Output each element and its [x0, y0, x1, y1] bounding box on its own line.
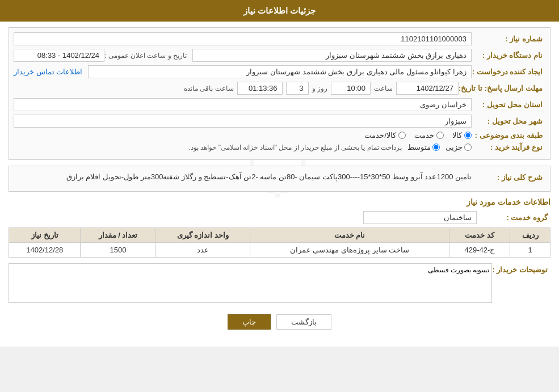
footer-buttons: بازگشت چاپ	[9, 309, 550, 341]
request-number-value: 1102101101000003	[14, 32, 472, 45]
col-quantity: تعداد / مقدار	[81, 228, 155, 243]
announce-label: تاریخ و ساعت اعلان عمومی :	[104, 52, 187, 60]
category-label: طبقه بندی موضوعی :	[472, 131, 545, 140]
process-motevaset-item[interactable]: متوسط	[407, 143, 440, 151]
table-header-row: ردیف کد خدمت نام خدمت واحد اندازه گیری ت…	[9, 228, 550, 243]
city-label: شهر محل تحویل :	[472, 117, 545, 125]
deadline-label: مهلت ارسال پاسخ: تا تاریخ:	[459, 84, 545, 92]
category-kala-label: کالا	[452, 131, 462, 140]
category-khedmat-item[interactable]: خدمت	[414, 131, 444, 140]
category-kala-khedmat-radio[interactable]	[398, 132, 406, 139]
info-section: شماره نیاز : 1102101101000003 نام دستگاه…	[9, 27, 550, 160]
category-kala-radio[interactable]	[464, 132, 472, 139]
category-khedmat-label: خدمت	[414, 131, 434, 140]
page-header: جزئیات اطلاعات نیاز	[0, 0, 559, 22]
deadline-remain-label: ساعت باقی مانده	[184, 85, 234, 92]
contact-link[interactable]: اطلاعات تماس خریدار	[14, 68, 82, 76]
back-button[interactable]: بازگشت	[276, 314, 331, 330]
process-note: پرداخت تمام یا بخشی از مبلغ خریدار از مح…	[189, 144, 402, 151]
narration-content: تامین 1200عدد آبرو وسط 50*30*15----300پا…	[66, 171, 472, 183]
request-number-label: شماره نیاز :	[472, 35, 545, 43]
province-value: خراسان رضوی	[14, 98, 472, 111]
creator-value: زهرا کیوانلو مسئول مالی دهیاری برازق بخش…	[88, 65, 472, 78]
print-button[interactable]: چاپ	[228, 314, 271, 330]
cell-row-number: 1	[510, 243, 550, 258]
station-label: نام دستگاه خریدار :	[472, 51, 545, 60]
deadline-remain-value: 01:13:36	[237, 82, 283, 95]
city-row: شهر محل تحویل : سبزوار	[14, 115, 545, 128]
col-service-name: نام خدمت	[250, 228, 449, 243]
category-row: طبقه بندی موضوعی : کالا خدمت کالا/خدمت	[14, 131, 545, 140]
province-row: استان محل تحویل : خراسان رضوی	[14, 98, 545, 111]
col-date: تاریخ نیاز	[9, 228, 81, 243]
creator-row: ایجاد کننده درخواست : زهرا کیوانلو مسئول…	[14, 65, 545, 78]
province-label: استان محل تحویل :	[472, 100, 545, 109]
category-khedmat-radio[interactable]	[436, 132, 444, 139]
comment-section: توضیحات خریدار : تسویه بصورت قسطی	[9, 263, 550, 303]
process-group: جزیی متوسط پرداخت تمام یا بخشی از مبلغ خ…	[14, 143, 472, 151]
station-row: نام دستگاه خریدار : دهیاری برازق بخش ششت…	[14, 49, 545, 62]
narration-section: شرح کلی نیاز : تامین 1200عدد آبرو وسط 50…	[9, 166, 550, 192]
process-jozi-item[interactable]: جزیی	[445, 143, 472, 151]
deadline-day-label: روز و	[312, 85, 327, 92]
narration-row: شرح کلی نیاز : تامین 1200عدد آبرو وسط 50…	[14, 171, 545, 183]
col-service-code: کد خدمت	[449, 228, 510, 243]
col-unit: واحد اندازه گیری	[155, 228, 250, 243]
services-table: ردیف کد خدمت نام خدمت واحد اندازه گیری ت…	[9, 227, 550, 258]
process-motevaset-label: متوسط	[407, 143, 431, 151]
category-group: کالا خدمت کالا/خدمت	[14, 131, 472, 140]
deadline-time-label: ساعت	[374, 85, 393, 92]
cell-date: 1402/12/28	[9, 243, 81, 258]
col-row-number: ردیف	[510, 228, 550, 243]
process-motevaset-radio[interactable]	[432, 144, 440, 151]
process-jozi-label: جزیی	[445, 143, 463, 151]
deadline-row: مهلت ارسال پاسخ: تا تاریخ: 1402/12/27 سا…	[14, 82, 545, 95]
deadline-group: 1402/12/27 ساعت 10:00 روز و 3 01:13:36 س…	[14, 82, 459, 95]
process-row: نوع فرآیند خرید : جزیی متوسط پرداخت تمام…	[14, 143, 545, 151]
deadline-time-value: 10:00	[331, 82, 371, 95]
cell-quantity: 1500	[81, 243, 155, 258]
narration-label: شرح کلی نیاز :	[472, 173, 545, 182]
cell-unit: عدد	[155, 243, 250, 258]
comment-label: توضیحات خریدار :	[492, 263, 550, 274]
services-title: اطلاعات خدمات مورد نیاز	[9, 197, 550, 206]
page-title: جزئیات اطلاعات نیاز	[243, 6, 316, 15]
category-kala-khedmat-item[interactable]: کالا/خدمت	[364, 131, 406, 140]
service-group-label: گروه خدمت :	[477, 213, 550, 222]
deadline-date: 1402/12/27	[396, 82, 459, 95]
category-kala-item[interactable]: کالا	[452, 131, 472, 140]
city-value: سبزوار	[14, 115, 472, 128]
table-row: 1 ج-42-429 ساخت سایر پروژه‌های مهندسی عم…	[9, 243, 550, 258]
comment-textarea[interactable]: تسویه بصورت قسطی	[9, 263, 492, 303]
creator-label: ایجاد کننده درخواست :	[472, 68, 545, 76]
request-number-row: شماره نیاز : 1102101101000003	[14, 32, 545, 45]
station-value: دهیاری برازق بخش ششتمد شهرستان سبزوار	[192, 49, 472, 62]
cell-service-code: ج-42-429	[449, 243, 510, 258]
process-label: نوع فرآیند خرید :	[472, 143, 545, 151]
services-section: اطلاعات خدمات مورد نیاز گروه خدمت : ساخت…	[9, 197, 550, 258]
announce-value: 1402/12/24 - 08:33	[14, 49, 104, 62]
process-jozi-radio[interactable]	[464, 144, 472, 151]
service-group-row: گروه خدمت : ساختمان	[9, 211, 550, 224]
service-group-value: ساختمان	[363, 211, 477, 224]
category-kala-khedmat-label: کالا/خدمت	[364, 131, 396, 140]
deadline-day-value: 3	[286, 82, 309, 95]
cell-service-name: ساخت سایر پروژه‌های مهندسی عمران	[250, 243, 449, 258]
